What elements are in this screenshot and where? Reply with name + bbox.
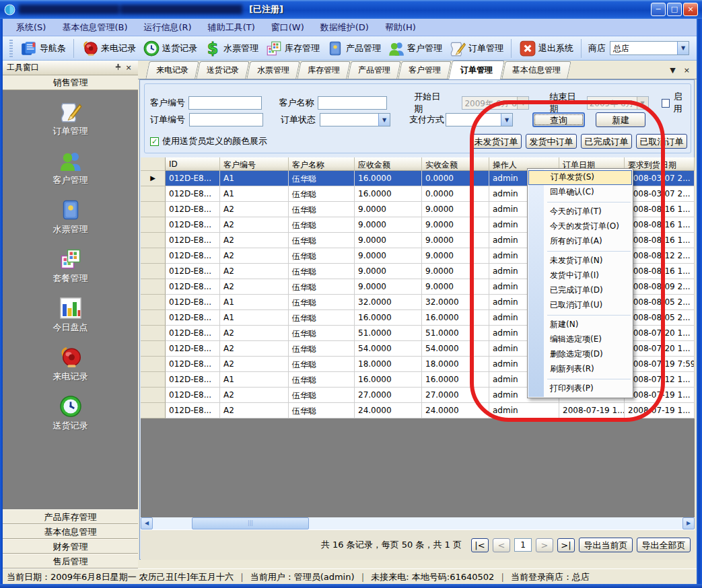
toolbar-button[interactable]: 产品管理 (323, 38, 384, 59)
context-menu-item[interactable]: 今天的发货订单(O) (528, 219, 632, 234)
column-header[interactable]: 客户编号 (220, 157, 289, 171)
sidebar-section[interactable]: 财务管理 (3, 539, 138, 554)
query-button[interactable]: 查询 (532, 112, 585, 127)
context-menu-item[interactable]: 编辑选定项(E) (528, 332, 632, 347)
toolbar-button[interactable]: 退出系统 (516, 38, 577, 59)
column-header[interactable]: 客户名称 (289, 157, 355, 171)
sidebar-section[interactable]: 产品库存管理 (3, 509, 138, 524)
export-all-pages-button[interactable]: 导出全部页 (637, 538, 691, 552)
order-no-input[interactable] (189, 113, 263, 126)
scrollbar-thumb[interactable] (192, 517, 309, 529)
tab[interactable]: 送货记录 (196, 61, 250, 79)
chevron-down-icon[interactable]: ▼ (501, 114, 512, 126)
column-header[interactable]: 要求到货日期 (625, 157, 695, 171)
enable-checkbox[interactable] (662, 99, 670, 108)
context-menu-item[interactable]: 发货中订单(I) (528, 268, 632, 283)
menubar-item[interactable]: 基本信息管理(B) (54, 20, 135, 36)
scroll-right-icon[interactable]: ▶ (682, 517, 695, 529)
filter-status-button[interactable]: 已取消订单 (636, 134, 687, 149)
context-menu-item[interactable]: 未发货订单(N) (528, 254, 632, 268)
menubar-item[interactable]: 运行信息(R) (135, 20, 199, 36)
context-menu-item[interactable]: 已取消订单(U) (528, 298, 632, 313)
menubar-item[interactable]: 系统(S) (8, 20, 54, 36)
toolbar-button[interactable]: 来电记录 (78, 38, 139, 59)
sidebar-item[interactable]: 客户管理 (53, 149, 88, 186)
column-header[interactable]: 应收金额 (355, 157, 422, 171)
prev-page-button[interactable]: < (493, 538, 510, 552)
new-button[interactable]: 新建 (596, 112, 645, 127)
menubar-item[interactable]: 数据维护(D) (312, 20, 377, 36)
export-current-page-button[interactable]: 导出当前页 (579, 538, 633, 552)
chevron-down-icon[interactable]: ▼ (677, 42, 689, 54)
context-menu-item[interactable]: 删除选定项(D) (528, 347, 632, 362)
customer-no-input[interactable] (188, 96, 261, 110)
close-button[interactable]: × (683, 3, 698, 16)
start-date-picker[interactable]: 2009年 6月 8日▼ (462, 96, 529, 110)
sidebar-item[interactable]: 今日盘点 (53, 296, 88, 334)
pin-icon[interactable] (112, 63, 123, 73)
sidebar-item[interactable]: 送货记录 (53, 394, 88, 432)
tab[interactable]: 基本信息管理 (501, 61, 571, 79)
sidebar-section[interactable]: 基本信息管理 (3, 524, 138, 539)
close-icon[interactable]: × (123, 63, 134, 72)
chevron-down-icon[interactable]: ▼ (670, 66, 675, 75)
customer-name-input[interactable] (318, 96, 387, 110)
context-menu-item[interactable]: 已完成订单(D) (528, 283, 632, 298)
sidebar-item[interactable]: 来电记录 (53, 345, 88, 383)
filter-status-button[interactable]: 已完成订单 (581, 134, 632, 149)
chevron-down-icon[interactable]: ▼ (637, 97, 648, 109)
chevron-down-icon[interactable]: ▼ (378, 114, 390, 126)
sidebar-section[interactable]: 售后管理 (3, 554, 138, 568)
toolbar-button[interactable]: 送货记录 (139, 38, 201, 59)
scroll-left-icon[interactable]: ◀ (141, 517, 153, 529)
toolbar-button[interactable]: 导航条 (17, 38, 69, 59)
first-page-button[interactable]: |< (471, 538, 489, 552)
tab[interactable]: 客户管理 (398, 61, 452, 79)
tab[interactable]: 水票管理 (246, 61, 300, 79)
sidebar-item[interactable]: 水票管理 (53, 198, 88, 235)
context-menu-item[interactable]: 所有的订单(A) (528, 234, 632, 249)
sidebar-section-sales[interactable]: 销售管理 (3, 75, 138, 90)
tab[interactable]: 订单管理 (448, 61, 505, 79)
tab[interactable]: 库存管理 (297, 61, 351, 79)
pay-method-select[interactable]: ▼ (446, 113, 513, 126)
column-header[interactable] (141, 157, 166, 171)
context-menu-item[interactable]: 打印列表(P) (528, 381, 632, 396)
toolbar-grip-icon[interactable] (9, 40, 13, 57)
chevron-down-icon[interactable]: ▼ (517, 97, 528, 109)
context-menu-item[interactable]: 订单发货(S) (528, 170, 632, 185)
column-header[interactable]: ID (166, 157, 220, 171)
context-menu-item[interactable]: 回单确认(C) (528, 185, 632, 200)
end-date-picker[interactable]: 2009年 6月 8日▼ (587, 96, 649, 110)
column-header[interactable]: 实收金额 (422, 157, 489, 171)
toolbar-button[interactable]: $水票管理 (201, 38, 262, 59)
close-icon[interactable]: × (684, 66, 690, 75)
context-menu-item[interactable]: 今天的订单(T) (528, 205, 632, 219)
page-number-input[interactable] (514, 538, 532, 552)
minimize-button[interactable]: ─ (651, 3, 666, 16)
menubar-item[interactable]: 帮助(H) (377, 20, 424, 36)
menubar-item[interactable]: 窗口(W) (263, 20, 312, 36)
context-menu-item[interactable]: 刷新列表(R) (528, 362, 632, 377)
filter-status-button[interactable]: 发货中订单 (526, 134, 577, 149)
shop-select[interactable]: 总店 ▼ (610, 41, 689, 55)
toolbar-button[interactable]: 库存管理 (262, 38, 323, 59)
horizontal-scrollbar[interactable]: ◀ ▶ (141, 517, 695, 529)
context-menu-item[interactable]: 新建(N) (528, 318, 632, 332)
last-page-button[interactable]: >| (557, 538, 575, 552)
toolbar-button[interactable]: 订单管理 (446, 38, 507, 59)
menubar-item[interactable]: 辅助工具(T) (200, 20, 263, 36)
scrollbar-track[interactable] (153, 517, 682, 529)
table-row[interactable]: 012D-E8...A2伍华聪24.000024.0000admin2008-0… (141, 403, 695, 418)
color-checkbox[interactable]: ✓ (150, 137, 159, 146)
titlebar[interactable]: ██████████████████ █████████████████████… (0, 0, 702, 19)
sidebar-item[interactable]: 套餐管理 (53, 247, 88, 285)
filter-status-button[interactable]: 未发货订单 (470, 134, 522, 149)
toolbar-button[interactable]: 客户管理 (384, 38, 446, 59)
sidebar-item[interactable]: 订单管理 (53, 100, 88, 137)
tab[interactable]: 来电记录 (145, 61, 199, 79)
tab[interactable]: 产品管理 (347, 61, 401, 79)
next-page-button[interactable]: > (536, 538, 553, 552)
maximize-button[interactable]: □ (667, 3, 682, 16)
order-status-select[interactable]: ▼ (320, 113, 390, 126)
